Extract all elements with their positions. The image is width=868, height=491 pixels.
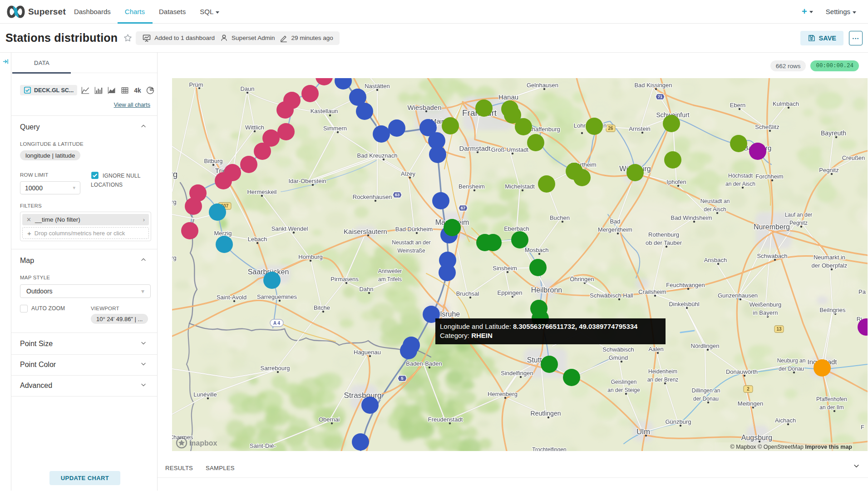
svg-text:Dahn: Dahn bbox=[359, 286, 373, 293]
svg-text:Scheßlitz: Scheßlitz bbox=[755, 124, 779, 130]
svg-text:Creußen: Creußen bbox=[842, 154, 865, 161]
svg-text:71: 71 bbox=[658, 94, 663, 99]
svg-text:Saint-Dié-: Saint-Dié- bbox=[250, 442, 276, 449]
svg-text:Iphofen: Iphofen bbox=[666, 179, 686, 185]
svg-text:Ulm: Ulm bbox=[636, 427, 650, 436]
svg-text:Baden-Baden: Baden-Baden bbox=[406, 360, 442, 367]
svg-text:Rothenburg: Rothenburg bbox=[648, 231, 679, 238]
svg-text:Pfaffenhofen: Pfaffenhofen bbox=[816, 396, 847, 402]
svg-text:Gmünd: Gmünd bbox=[609, 354, 628, 361]
svg-text:Aalen: Aalen bbox=[648, 346, 663, 352]
svg-text:Neuburg an: Neuburg an bbox=[777, 357, 806, 364]
svg-text:Bensheim: Bensheim bbox=[459, 183, 485, 190]
svg-text:der Aisch: der Aisch bbox=[704, 206, 726, 213]
svg-text:Lebach: Lebach bbox=[248, 236, 267, 243]
svg-text:Darmstadt: Darmstadt bbox=[459, 144, 491, 152]
svg-text:Hanau: Hanau bbox=[498, 93, 518, 101]
svg-text:Herrenberg: Herrenberg bbox=[488, 391, 518, 397]
svg-text:Höchstadt: Höchstadt bbox=[728, 173, 753, 179]
svg-text:Obernai: Obernai bbox=[319, 416, 340, 423]
svg-text:ob der Tauber: ob der Tauber bbox=[646, 239, 682, 246]
svg-text:an der Aisch: an der Aisch bbox=[725, 181, 755, 187]
svg-text:Bayreuth: Bayreuth bbox=[821, 129, 846, 137]
svg-text:Daun: Daun bbox=[240, 85, 254, 92]
svg-text:Gunzenhausen: Gunzenhausen bbox=[718, 292, 758, 299]
svg-text:5: 5 bbox=[401, 376, 404, 381]
svg-text:Bad Windsheim: Bad Windsheim bbox=[671, 214, 712, 221]
svg-text:Wiesbaden: Wiesbaden bbox=[407, 104, 441, 111]
svg-text:Meitingen: Meitingen bbox=[738, 400, 763, 407]
svg-text:2: 2 bbox=[747, 387, 750, 392]
svg-text:Rockenhausen: Rockenhausen bbox=[353, 193, 392, 200]
svg-text:Simmern: Simmern bbox=[323, 125, 347, 132]
svg-text:Gelnhausen: Gelnhausen bbox=[527, 82, 558, 89]
svg-text:Nastätten: Nastätten bbox=[365, 83, 390, 89]
svg-text:Weinstraße: Weinstraße bbox=[397, 248, 425, 254]
svg-text:Kaiserslautern: Kaiserslautern bbox=[344, 228, 387, 235]
svg-text:Dinkelsbühl: Dinkelsbühl bbox=[669, 301, 699, 307]
svg-text:am Trifels: am Trifels bbox=[378, 276, 402, 283]
svg-text:Weißenburg: Weißenburg bbox=[750, 301, 782, 308]
svg-text:13: 13 bbox=[776, 327, 782, 332]
svg-text:rg: rg bbox=[172, 254, 177, 261]
svg-text:Geislingen: Geislingen bbox=[611, 379, 637, 385]
svg-text:Bad Dürkheim: Bad Dürkheim bbox=[395, 226, 433, 233]
svg-text:63: 63 bbox=[395, 192, 400, 197]
svg-text:Dillingen an: Dillingen an bbox=[692, 387, 720, 394]
svg-text:Schwäbisch: Schwäbisch bbox=[602, 346, 634, 353]
svg-text:© Mapbox © OpenStreetMap Impro: © Mapbox © OpenStreetMap Improve this ma… bbox=[730, 444, 852, 450]
svg-text:Sinsheim: Sinsheim bbox=[493, 265, 517, 272]
svg-text:Mergentheim: Mergentheim bbox=[598, 226, 632, 233]
svg-text:Prüm: Prüm bbox=[189, 81, 203, 88]
svg-text:Sarreguemines: Sarreguemines bbox=[257, 293, 297, 300]
svg-text:Bad: Bad bbox=[610, 218, 620, 225]
svg-text:Ansbach: Ansbach bbox=[704, 257, 727, 263]
svg-text:Pirmasens: Pirmasens bbox=[330, 276, 359, 283]
svg-text:Wittlich: Wittlich bbox=[245, 124, 264, 131]
svg-text:Arnstein: Arnstein bbox=[629, 125, 651, 132]
svg-text:der Donau: der Donau bbox=[693, 396, 719, 402]
svg-text:Sarrebourg: Sarrebourg bbox=[260, 365, 290, 372]
svg-text:Aichach: Aichach bbox=[775, 417, 796, 424]
svg-text:Haguenau: Haguenau bbox=[354, 349, 381, 356]
svg-text:Annweiler: Annweiler bbox=[378, 268, 402, 274]
svg-text:an der Brenz: an der Brenz bbox=[647, 377, 679, 383]
svg-text:Öhringen: Öhringen bbox=[570, 276, 594, 283]
svg-text:Bad Kreuznach: Bad Kreuznach bbox=[357, 152, 398, 159]
svg-text:der Donau: der Donau bbox=[779, 366, 804, 372]
svg-text:Homburg: Homburg bbox=[298, 253, 322, 260]
svg-text:an der Ilm: an der Ilm bbox=[819, 404, 843, 411]
svg-text:Heilbronn: Heilbronn bbox=[531, 286, 562, 294]
svg-text:Alzey: Alzey bbox=[401, 170, 415, 177]
svg-text:Hermeskeil: Hermeskeil bbox=[247, 188, 276, 195]
svg-text:Strasbourg: Strasbourg bbox=[344, 391, 381, 400]
svg-text:26: 26 bbox=[608, 126, 613, 131]
svg-text:Bitche: Bitche bbox=[314, 304, 330, 311]
svg-text:Feuchtwangen: Feuchtwangen bbox=[666, 282, 705, 288]
svg-text:Pegnitz: Pegnitz bbox=[819, 167, 838, 174]
svg-text:Beilngries: Beilngries bbox=[819, 307, 846, 313]
svg-text:Nördlingen: Nördlingen bbox=[691, 342, 720, 349]
svg-text:Freudenstadt: Freudenstadt bbox=[428, 416, 463, 423]
svg-text:Idar-Oberstein: Idar-Oberstein bbox=[288, 178, 326, 184]
svg-text:Schwäbisch Hall: Schwäbisch Hall bbox=[590, 292, 633, 299]
svg-text:rg: rg bbox=[172, 198, 177, 205]
svg-text:an der Steige: an der Steige bbox=[607, 387, 640, 393]
svg-text:Bitburg: Bitburg bbox=[204, 158, 222, 164]
svg-text:Lauf an der: Lauf an der bbox=[785, 212, 813, 218]
svg-text:Pegnitz: Pegnitz bbox=[789, 220, 808, 226]
svg-text:Donauwörth: Donauwörth bbox=[726, 368, 758, 375]
svg-text:Trochtelfingen: Trochtelfingen bbox=[532, 446, 567, 451]
svg-text:A 4: A 4 bbox=[273, 321, 281, 326]
svg-text:Kastellaun: Kastellaun bbox=[311, 108, 338, 114]
svg-text:Schwabach: Schwabach bbox=[757, 253, 787, 259]
svg-text:Reutlingen: Reutlingen bbox=[531, 410, 561, 417]
svg-text:Buchen: Buchen bbox=[550, 214, 570, 221]
svg-text:Pa: Pa bbox=[858, 288, 866, 295]
svg-text:Crailsheim: Crailsheim bbox=[638, 288, 666, 295]
svg-text:F: F bbox=[861, 424, 864, 431]
svg-text:Neumarkt in: Neumarkt in bbox=[814, 254, 845, 261]
svg-text:Sankt Wendel: Sankt Wendel bbox=[271, 225, 308, 232]
svg-text:Eppingen: Eppingen bbox=[498, 289, 523, 296]
svg-text:Lunéville: Lunéville bbox=[193, 391, 217, 398]
